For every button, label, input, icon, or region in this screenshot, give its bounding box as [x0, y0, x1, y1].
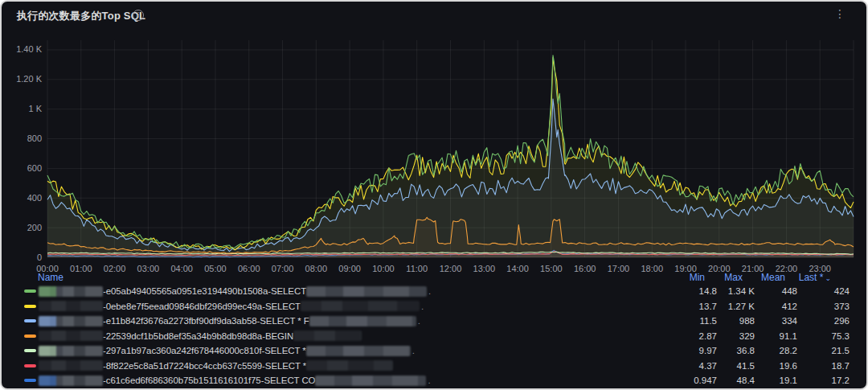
y-tick-label: 400: [2, 193, 42, 203]
stat-mean: 19.6: [755, 361, 797, 371]
redacted-text-block: [39, 330, 103, 341]
series-name-text[interactable]: -e05ab49405565a0951e3194490b1508a-SELECT: [103, 286, 306, 296]
legend-header-max[interactable]: Max: [705, 272, 743, 283]
stat-last: 75.3: [797, 331, 850, 341]
y-tick-label: 200: [2, 223, 42, 232]
legend-header-min[interactable]: Min: [655, 272, 705, 283]
trailing-dot: .: [428, 376, 430, 385]
chart-svg: [47, 40, 854, 257]
stat-max: 1.27 K: [717, 302, 755, 311]
redacted-text-block: [39, 286, 103, 297]
trailing-dot: .: [428, 286, 431, 296]
series-color-marker: [24, 289, 36, 293]
y-tick-label: 600: [2, 163, 42, 173]
stat-min: 4.37: [667, 361, 717, 371]
timeseries-chart[interactable]: 02004006008001 K1.20 K1.40 K 00:0001:000…: [2, 2, 866, 267]
stat-last: 424: [797, 286, 850, 296]
legend-table: Name Min Max Mean Last *⌄ -e05ab49405565…: [24, 270, 850, 388]
redacted-text-block: [306, 360, 393, 371]
redacted-text-block: [39, 301, 103, 311]
redacted-text-block: [309, 316, 416, 326]
redacted-text-block: [306, 286, 427, 297]
stat-last: 18.7: [797, 361, 850, 371]
trailing-dot: .: [412, 346, 415, 355]
legend-row[interactable]: -297a1b97ac360a242f678446000c810f-SELECT…: [24, 343, 850, 359]
grafana-panel: 执行的次数最多的Top SQL i ⋮ 02004006008001 K1.20…: [0, 0, 868, 390]
series-color-marker: [24, 379, 36, 382]
legend-header-name[interactable]: Name: [24, 272, 667, 283]
series-name-text[interactable]: -c61c6ed6f686360b75b1511616101f75-SELECT…: [103, 376, 315, 385]
trailing-dot: .: [418, 316, 420, 326]
chevron-down-icon: ⌄: [825, 274, 831, 282]
stat-mean: 91.1: [755, 331, 797, 341]
stat-min: 13.7: [667, 302, 717, 311]
series-color-marker: [24, 319, 36, 322]
y-tick-label: 1.20 K: [2, 74, 42, 84]
series-name-text[interactable]: -8f822e5c8a51d7224bcc4ccb637c5599-SELECT…: [103, 361, 306, 371]
stat-min: 0.947: [667, 376, 717, 385]
redacted-text-block: [39, 360, 103, 371]
series-name-text[interactable]: -22539dcf1b5bd8ef35a34b9b8db98d8a-BEGIN: [103, 331, 293, 341]
stat-max: 988: [717, 316, 755, 326]
stat-max: 41.5: [717, 361, 755, 371]
series-color-marker: [24, 335, 36, 338]
redacted-text-block: [301, 301, 420, 311]
redacted-text-block: [306, 346, 411, 356]
series-name-text[interactable]: -e11b842f3676a2273fbf90df9da3ab58-SELECT…: [103, 316, 309, 326]
series-name-text[interactable]: -0ebe8e7f5eead09846dbf296d99ec49a-SELECT: [103, 302, 301, 311]
series-color-marker: [24, 364, 36, 367]
stat-mean: 412: [755, 302, 797, 311]
stat-last: 21.5: [797, 346, 850, 355]
legend-row[interactable]: -0ebe8e7f5eead09846dbf296d99ec49a-SELECT…: [24, 299, 850, 314]
redacted-tint: [39, 376, 56, 386]
stat-max: 329: [717, 331, 755, 341]
legend-header-last[interactable]: Last *⌄: [779, 272, 831, 283]
stat-mean: 334: [755, 316, 797, 326]
redacted-text-block: [293, 330, 362, 341]
legend-row[interactable]: -e11b842f3676a2273fbf90df9da3ab58-SELECT…: [24, 314, 850, 329]
redacted-tint: [39, 346, 56, 356]
stat-mean: 19.1: [755, 376, 797, 385]
redacted-text-block: [315, 376, 426, 386]
stat-max: 48.4: [717, 376, 755, 385]
legend-row[interactable]: -22539dcf1b5bd8ef35a34b9b8db98d8a-BEGIN …: [24, 329, 850, 344]
y-tick-label: 1 K: [2, 104, 42, 113]
series-name-text[interactable]: -297a1b97ac360a242f678446000c810f-SELECT…: [103, 346, 306, 355]
stat-last: 17.2: [797, 376, 850, 385]
stat-min: 11.5: [667, 316, 717, 326]
stat-last: 296: [797, 316, 850, 326]
trailing-dot: .: [421, 302, 424, 311]
series-color-marker: [24, 305, 36, 308]
legend-row[interactable]: -e05ab49405565a0951e3194490b1508a-SELECT…: [24, 284, 850, 299]
stat-mean: 448: [755, 286, 797, 296]
legend-row[interactable]: -c61c6ed6f686360b75b1511616101f75-SELECT…: [24, 373, 850, 388]
stat-max: 36.8: [717, 346, 755, 355]
stat-min: 9.97: [667, 346, 717, 355]
legend-header: Name Min Max Mean Last *⌄: [24, 270, 850, 284]
redacted-tint: [39, 316, 56, 326]
redacted-text-block: [39, 346, 103, 356]
y-tick-label: 1.40 K: [2, 44, 42, 54]
plot-area[interactable]: [47, 40, 854, 257]
y-tick-label: 800: [2, 133, 42, 143]
stat-min: 14.8: [667, 286, 717, 296]
stat-mean: 28.2: [755, 346, 797, 355]
legend-header-last-label: Last *: [799, 272, 824, 283]
legend-row[interactable]: -8f822e5c8a51d7224bcc4ccb637c5599-SELECT…: [24, 359, 850, 374]
redacted-tint: [39, 286, 56, 297]
stat-max: 1.34 K: [717, 286, 755, 296]
series-color-marker: [24, 349, 36, 352]
stat-last: 373: [797, 302, 850, 311]
redacted-text-block: [39, 316, 103, 326]
redacted-text-block: [39, 376, 103, 386]
y-tick-label: 0: [2, 252, 42, 262]
stat-min: 2.87: [667, 331, 717, 341]
